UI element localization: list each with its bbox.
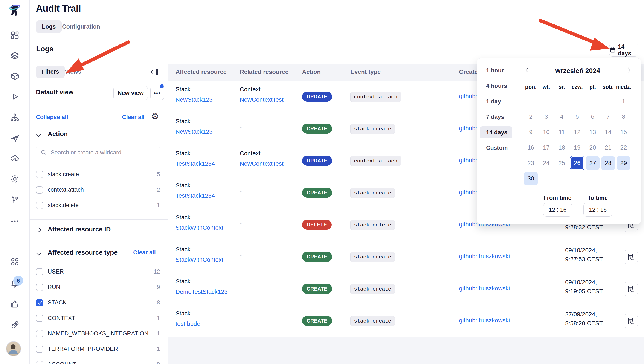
checkbox-context[interactable] bbox=[36, 314, 43, 322]
calendar-day[interactable]: 11 bbox=[555, 125, 568, 139]
spacelift-logo[interactable] bbox=[8, 2, 22, 17]
calendar-day[interactable]: 22 bbox=[617, 141, 630, 154]
to-time-input[interactable]: 12 : 16 bbox=[584, 203, 612, 216]
calendar-day[interactable]: 28 bbox=[601, 156, 615, 170]
gear-icon[interactable]: ⚙ bbox=[151, 111, 159, 121]
runs-play-icon[interactable] bbox=[10, 92, 20, 102]
resource-link[interactable]: TestStack1234 bbox=[176, 160, 215, 167]
calendar-day[interactable]: 2 bbox=[524, 110, 538, 124]
checkbox-named-webhooks[interactable] bbox=[36, 330, 43, 337]
date-range-button[interactable]: 14 days bbox=[609, 44, 638, 56]
action-search[interactable] bbox=[36, 146, 160, 160]
log-details-button[interactable] bbox=[624, 314, 638, 328]
chevron-down-icon[interactable] bbox=[36, 251, 41, 256]
calendar-day[interactable]: 6 bbox=[586, 110, 600, 124]
log-details-button[interactable] bbox=[624, 282, 638, 296]
apps-circles-icon[interactable] bbox=[10, 257, 20, 266]
more-ellipsis-icon[interactable] bbox=[10, 216, 20, 226]
checkbox-account[interactable] bbox=[36, 361, 43, 364]
calendar-day[interactable]: 30 bbox=[524, 172, 538, 186]
action-search-input[interactable] bbox=[50, 149, 156, 156]
resource-link[interactable]: StackWithContext bbox=[176, 224, 224, 231]
checkbox-terraform-provider[interactable] bbox=[36, 346, 43, 353]
calendar-day[interactable]: 1 bbox=[617, 94, 630, 108]
calendar-day-empty bbox=[586, 94, 600, 108]
checkbox-context-attach[interactable] bbox=[36, 186, 43, 194]
source-control-branch-icon[interactable] bbox=[10, 195, 20, 204]
page-title: Audit Trail bbox=[36, 3, 81, 14]
launchpad-rocket-icon[interactable] bbox=[10, 320, 20, 330]
calendar-day[interactable]: 13 bbox=[586, 125, 600, 139]
col-related-resource: Related resource bbox=[240, 68, 288, 76]
related-link[interactable]: NewContextTest bbox=[240, 96, 284, 103]
policies-paper-plane-icon[interactable] bbox=[10, 133, 20, 143]
dashboard-grid-icon[interactable] bbox=[10, 30, 20, 40]
checkbox-stack-create[interactable] bbox=[36, 171, 43, 178]
calendar-day[interactable]: 9 bbox=[524, 125, 538, 139]
calendar-day[interactable]: 19 bbox=[570, 141, 584, 154]
cloud-integrations-icon[interactable] bbox=[10, 154, 20, 163]
resource-link[interactable]: NewStack123 bbox=[176, 128, 213, 135]
new-view-button[interactable]: New view bbox=[114, 86, 148, 100]
created-by-link[interactable]: github::truszkowski bbox=[459, 317, 510, 324]
calendar-day[interactable]: 23 bbox=[524, 156, 538, 170]
calendar-day[interactable]: 14 bbox=[601, 125, 615, 139]
resources-focus-icon[interactable] bbox=[10, 174, 20, 184]
collapse-panel-icon[interactable] bbox=[150, 68, 159, 76]
calendar-day[interactable]: 24 bbox=[540, 156, 553, 170]
calendar-day[interactable]: 5 bbox=[570, 110, 584, 124]
table-footer-area bbox=[168, 337, 644, 364]
calendar-day[interactable]: 25 bbox=[555, 156, 568, 170]
calendar-day[interactable]: 27 bbox=[586, 156, 600, 170]
checkbox-stack-delete[interactable] bbox=[36, 202, 43, 209]
chevron-right-icon[interactable] bbox=[36, 228, 41, 232]
view-more-notification-dot bbox=[160, 84, 164, 88]
feedback-thumbs-up-icon[interactable] bbox=[10, 299, 20, 309]
calendar-day[interactable]: 18 bbox=[555, 141, 568, 154]
notification-badge: 6 bbox=[13, 276, 23, 286]
calendar-day[interactable]: 3 bbox=[540, 110, 553, 124]
resource-link[interactable]: NewStack123 bbox=[176, 96, 213, 103]
created-by-link[interactable]: github::truszkowski bbox=[459, 285, 510, 292]
resource-link[interactable]: TestStack1234 bbox=[176, 192, 215, 199]
chevron-down-icon[interactable] bbox=[36, 132, 41, 137]
resource-link[interactable]: StackWithContext bbox=[176, 256, 224, 263]
filter-item-count: 2 bbox=[138, 186, 160, 193]
tab-logs[interactable]: Logs bbox=[36, 20, 62, 33]
resource-link[interactable]: test bbdc bbox=[176, 320, 200, 327]
worker-pools-hierarchy-icon[interactable] bbox=[10, 112, 20, 122]
calendar-day[interactable]: 26 bbox=[570, 156, 584, 170]
calendar-day[interactable]: 21 bbox=[601, 141, 615, 154]
calendar-day[interactable]: 12 bbox=[570, 125, 584, 139]
calendar-day[interactable]: 20 bbox=[586, 141, 600, 154]
calendar-day[interactable]: 16 bbox=[524, 141, 538, 154]
related-link[interactable]: NewContextTest bbox=[240, 160, 284, 167]
resource-type-clear-all-link[interactable]: Clear all bbox=[133, 249, 156, 256]
views-tab[interactable]: Views bbox=[65, 66, 81, 78]
checkbox-stack[interactable] bbox=[36, 299, 43, 306]
blueprints-cube-icon[interactable] bbox=[10, 72, 20, 81]
clear-all-link[interactable]: Clear all bbox=[122, 114, 144, 120]
tab-configuration[interactable]: Configuration bbox=[62, 20, 100, 33]
calendar-day-empty bbox=[570, 172, 584, 186]
created-by-link[interactable]: github::truszkowski bbox=[459, 253, 510, 260]
user-avatar[interactable] bbox=[6, 341, 21, 356]
filter-item-count: 12 bbox=[138, 268, 160, 275]
calendar-day[interactable]: 8 bbox=[617, 110, 630, 124]
calendar-day[interactable]: 10 bbox=[540, 125, 553, 139]
stacks-layers-icon[interactable] bbox=[10, 51, 20, 60]
filters-tab[interactable]: Filters bbox=[36, 66, 65, 78]
checkbox-run[interactable] bbox=[36, 284, 43, 291]
log-details-button[interactable] bbox=[624, 250, 638, 264]
calendar-day[interactable]: 17 bbox=[540, 141, 553, 154]
resource-link[interactable]: DemoTestStack123 bbox=[176, 288, 228, 295]
calendar-day[interactable]: 15 bbox=[617, 125, 630, 139]
table-row: Stack test bbdc - CREATE stack.create gi… bbox=[168, 305, 644, 337]
checkbox-user[interactable] bbox=[36, 268, 43, 276]
calendar-day[interactable]: 4 bbox=[555, 110, 568, 124]
action-badge: UPDATE bbox=[302, 156, 332, 166]
collapse-all-link[interactable]: Collapse all bbox=[36, 114, 68, 120]
calendar-day[interactable]: 7 bbox=[601, 110, 615, 124]
calendar-day[interactable]: 29 bbox=[617, 156, 630, 170]
from-time-input[interactable]: 12 : 16 bbox=[543, 203, 572, 216]
